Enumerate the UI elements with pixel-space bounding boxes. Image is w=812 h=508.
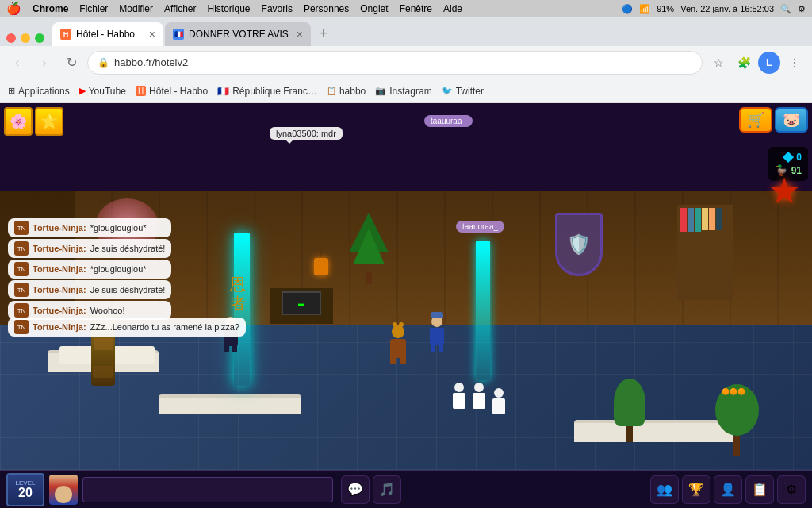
extensions-button[interactable]: 🧩 [733, 52, 755, 74]
menu-aide[interactable]: Aide [443, 3, 462, 14]
os-menubar: 🍎 Chrome Fichier Modifier Afficher Histo… [0, 0, 812, 17]
os-menu-left: 🍎 Chrome Fichier Modifier Afficher Histo… [6, 2, 462, 16]
achievements-icon-button[interactable]: 🏆 [682, 475, 710, 504]
menu-modifier[interactable]: Modifier [119, 3, 153, 14]
chat-input[interactable] [82, 477, 333, 502]
chat-bubble-1: TN Tortue-Ninja: *glouglouglou* [8, 218, 171, 237]
chat-bubble-3: TN Tortue-Ninja: *glouglouglou* [8, 260, 171, 279]
apple-logo[interactable]: 🍎 [6, 2, 21, 16]
character-white-3 [492, 388, 506, 420]
search-icon[interactable]: 🔍 [780, 4, 791, 14]
shop-cart-button[interactable]: 🛒 [739, 107, 772, 133]
bookmark-label-habbo: habbo [339, 86, 366, 97]
bookmark-hotel-habbo[interactable]: H Hôtel - Habbo [136, 86, 208, 97]
desk: ▬ [270, 288, 333, 324]
url-text: habbo.fr/hotelv2 [114, 56, 692, 68]
bookshelf [677, 205, 733, 300]
quick-block-1[interactable]: 🌸 [4, 107, 33, 136]
friends-icon-button[interactable]: 👥 [650, 475, 679, 504]
menu-fenetre[interactable]: Fenêtre [400, 3, 432, 14]
tab-survey[interactable]: 🇫🇷 DONNER VOTRE AVIS × [165, 22, 311, 46]
quick-block-2[interactable]: 🌟 [35, 107, 63, 136]
menu-favoris[interactable]: Favoris [262, 3, 293, 14]
tortue-ninja-avatar-lower: TN [14, 320, 29, 334]
window-minimize[interactable] [21, 33, 30, 43]
bookmark-habbo[interactable]: 📋 habbo [327, 86, 366, 97]
menu-onglet[interactable]: Onglet [360, 3, 388, 14]
tropical-plant [606, 379, 653, 442]
speech-bubble-lyna: lyna03500: mdr [270, 127, 343, 140]
chat-bubble-2: TN Tortue-Ninja: Je suis déshydraté! [8, 239, 171, 258]
tab-title-survey: DONNER VOTRE AVIS [189, 29, 289, 40]
game-area[interactable]: 🌸 🌟 🛒 🐷 0 🦆 91 ★ [0, 103, 812, 508]
habbo-icon: 📋 [327, 87, 336, 95]
tab-hotel-habbo[interactable]: H Hôtel - Habbo × [52, 22, 163, 46]
nav-forward-button[interactable]: › [33, 52, 56, 74]
level-badge: LEVEL 20 [6, 473, 44, 506]
nav-back-button[interactable]: ‹ [6, 52, 29, 74]
menu-button[interactable]: ⋮ [783, 52, 806, 74]
bluetooth-icon: 🔵 [622, 4, 633, 14]
guild-banner: 🛡️ [555, 213, 603, 276]
bookmark-applications[interactable]: ⊞ Applications [8, 86, 70, 97]
chat-author-lower: Tortue-Ninja: [33, 322, 86, 332]
red-star-decoration: ★ [768, 173, 800, 209]
chat-bubble-lower: TN Tortue-Ninja: ZZz...Leonardo tu as ra… [8, 318, 246, 337]
tab-close-survey[interactable]: × [297, 28, 303, 40]
chat-bubble-4: TN Tortue-Ninja: Je suis déshydraté! [8, 280, 171, 299]
nametag-taauuraa-mid: taauuraa_ [456, 221, 504, 233]
player-avatar[interactable] [49, 475, 78, 505]
bookmark-instagram[interactable]: 📷 Instagram [375, 86, 431, 97]
menu-chrome[interactable]: Chrome [33, 3, 68, 14]
tab-close-hotel[interactable]: × [149, 28, 155, 40]
nametag-taauuraa-top: taauuraa_ [424, 115, 473, 127]
nav-bar: ‹ › ↻ 🔒 habbo.fr/hotelv2 ☆ 🧩 L ⋮ [0, 46, 812, 79]
chinese-characters: 恩 者 [230, 275, 246, 313]
hud-action-icons: 💬 🎵 [341, 475, 401, 504]
tortue-ninja-avatar-4: TN [14, 283, 29, 297]
level-number: 20 [18, 487, 33, 499]
window-maximize[interactable] [35, 33, 44, 43]
profile-icon-button[interactable]: 👤 [714, 475, 742, 504]
chat-bubble-lower-overlay: TN Tortue-Ninja: ZZz...Leonardo tu as ra… [8, 318, 246, 338]
music-icon-button[interactable]: 🎵 [373, 475, 401, 504]
menu-historique[interactable]: Historique [208, 3, 251, 14]
chat-text-2: Je suis déshydraté! [90, 244, 166, 253]
chat-text-4: Je suis déshydraté! [90, 285, 166, 294]
chrome-window: H Hôtel - Habbo × 🇫🇷 DONNER VOTRE AVIS ×… [0, 17, 812, 508]
twitter-bird-icon: 🐦 [442, 86, 453, 96]
sofa-center-1 [159, 394, 301, 414]
battery-indicator: 91% [657, 4, 674, 13]
habbo-bm-icon: H [136, 86, 146, 96]
profile-button[interactable]: L [758, 52, 780, 74]
menu-personnes[interactable]: Personnes [304, 3, 349, 14]
instagram-icon: 📷 [375, 86, 386, 96]
control-center-icon[interactable]: ⚙ [798, 4, 806, 14]
bookmark-label-apps: Applications [18, 86, 70, 97]
address-bar[interactable]: 🔒 habbo.fr/hotelv2 [87, 51, 703, 75]
settings-icon-button[interactable]: ⚙ [777, 475, 806, 504]
lyna-speech-text: lyna03500: mdr [276, 129, 336, 138]
bookmark-france[interactable]: 🇫🇷 République Franc… [217, 86, 317, 97]
tab-bar: H Hôtel - Habbo × 🇫🇷 DONNER VOTRE AVIS ×… [0, 17, 812, 46]
chat-bubbles-overlay: TN Tortue-Ninja: *glouglouglou* TN Tortu… [8, 218, 171, 321]
tortue-ninja-avatar-1: TN [14, 221, 29, 235]
menu-fichier[interactable]: Fichier [79, 3, 108, 14]
cyan-portal-2 [476, 241, 490, 380]
diamond-value: 0 [796, 152, 802, 163]
chat-author-3: Tortue-Ninja: [33, 264, 86, 274]
chat-text-3: *glouglouglou* [90, 264, 147, 274]
nav-refresh-button[interactable]: ↻ [60, 52, 82, 74]
datetime-display: Ven. 22 janv. à 16:52:03 [680, 4, 774, 13]
window-close[interactable] [6, 33, 16, 43]
chat-icon-button[interactable]: 💬 [341, 475, 370, 504]
shop-piggy-button[interactable]: 🐷 [775, 107, 808, 133]
menu-afficher[interactable]: Afficher [164, 3, 196, 14]
hanging-lantern [313, 252, 329, 275]
diamond-currency: 0 [775, 152, 802, 163]
bookmark-star-button[interactable]: ☆ [707, 52, 730, 74]
new-tab-button[interactable]: + [312, 22, 335, 44]
catalog-icon-button[interactable]: 📋 [745, 475, 774, 504]
bookmark-youtube[interactable]: ▶ YouTube [79, 86, 126, 97]
bookmark-twitter[interactable]: 🐦 Twitter [442, 86, 484, 97]
